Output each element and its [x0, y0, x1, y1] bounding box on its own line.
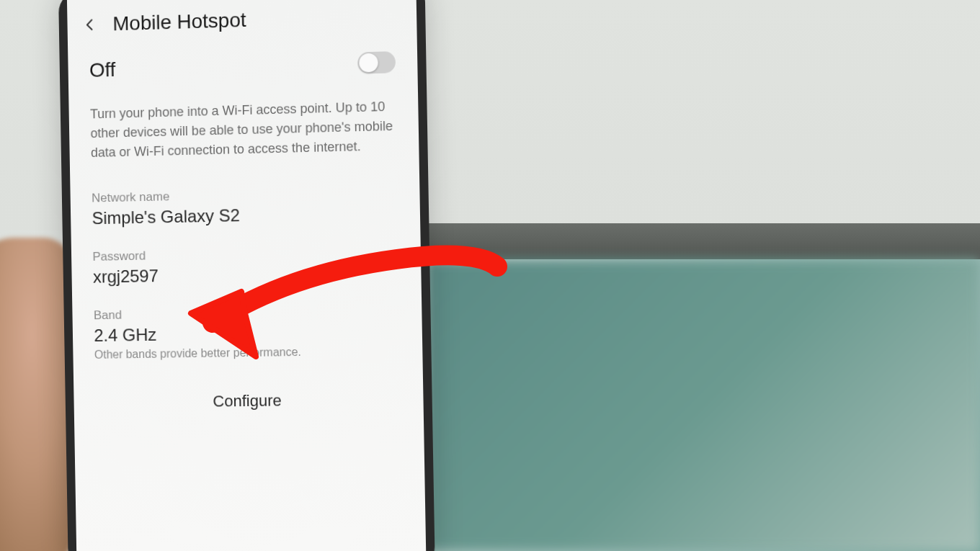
band-hint: Other bands provide better performance.	[94, 344, 401, 362]
band-label: Band	[94, 304, 400, 323]
band-field[interactable]: Band 2.4 GHz Other bands provide better …	[72, 292, 423, 372]
hotspot-description: Turn your phone into a Wi-Fi access poin…	[68, 89, 419, 182]
network-name-value: Simple's Galaxy S2	[92, 202, 398, 229]
phone-frame: Mobile Hotspot Off Turn your phone into …	[58, 0, 435, 551]
chevron-left-icon	[83, 17, 97, 32]
toggle-state-label: Off	[89, 58, 116, 82]
hand-holding-phone	[0, 238, 72, 551]
hotspot-toggle-switch[interactable]	[357, 51, 396, 74]
configure-button[interactable]: Configure	[74, 368, 424, 434]
band-value: 2.4 GHz	[94, 321, 400, 346]
hotspot-toggle-row[interactable]: Off	[68, 34, 418, 98]
password-label: Password	[92, 244, 398, 264]
network-name-field[interactable]: Network name Simple's Galaxy S2	[70, 174, 420, 240]
background-monitor	[425, 223, 980, 259]
password-value: xrgj2597	[93, 261, 399, 287]
password-field[interactable]: Password xrgj2597	[71, 233, 422, 298]
page-title: Mobile Hotspot	[112, 9, 246, 35]
phone-screen: Mobile Hotspot Off Turn your phone into …	[67, 0, 426, 551]
toggle-thumb	[359, 53, 378, 73]
background-screen	[425, 259, 980, 551]
back-button[interactable]	[80, 14, 100, 35]
